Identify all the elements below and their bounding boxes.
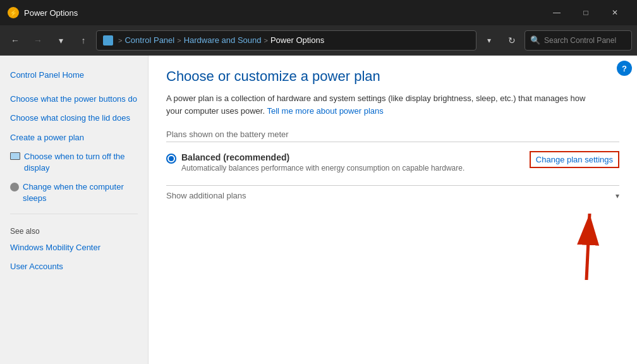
sidebar-item-sleep-label: Change when the computer sleeps [23,181,138,204]
section-title: Plans shown on the battery meter [166,130,619,142]
back-button[interactable]: ← [5,30,25,51]
app-icon: ⚡ [8,7,19,18]
sidebar-item-lid-label: Choose what closing the lid does [10,112,130,124]
window-controls: — □ ✕ [542,0,629,25]
sidebar-item-create-plan[interactable]: Create a power plan [0,128,148,147]
svg-line-1 [586,214,590,280]
sidebar-mobility[interactable]: Windows Mobility Center [0,238,148,257]
help-button[interactable]: ? [617,61,632,76]
sidebar-accounts-label: User Accounts [10,261,63,272]
change-plan-settings-link[interactable]: Change plan settings [530,151,619,168]
path-control-panel[interactable]: Control Panel [124,35,174,45]
home-label: Control Panel Home [10,70,84,81]
up-button[interactable]: ↑ [73,30,94,51]
see-also-label: See also [0,219,148,238]
address-path[interactable]: > Control Panel > Hardware and Sound > P… [96,30,476,51]
sidebar-item-lid[interactable]: Choose what closing the lid does [0,109,148,128]
refresh-button[interactable]: ↻ [502,30,522,51]
show-additional-plans[interactable]: Show additional plans ▾ [166,185,619,200]
search-placeholder: Search Control Panel [544,36,616,45]
sidebar-item-sleep[interactable]: Change when the computer sleeps [0,178,148,208]
plan-description: Automatically balances performance with … [181,164,464,173]
sidebar-accounts[interactable]: User Accounts [0,257,148,276]
close-button[interactable]: ✕ [600,0,629,25]
sidebar-item-create-plan-label: Create a power plan [10,132,84,143]
moon-icon [10,183,19,191]
radio-inner [169,156,174,161]
maximize-button[interactable]: □ [571,0,600,25]
sidebar-item-display-label: Choose when to turn off the display [24,151,138,174]
path-icon [103,35,113,46]
window-title: Power Options [24,8,542,18]
addressbar: ← → ▾ ↑ > Control Panel > Hardware and S… [0,25,637,56]
path-sep3: > [264,37,268,44]
content-area: ? Choose or customize a power plan A pow… [149,56,637,364]
monitor-icon [10,152,20,160]
sidebar-home[interactable]: Control Panel Home [0,66,148,85]
forward-button[interactable]: → [28,30,48,51]
sidebar: Control Panel Home Choose what the power… [0,56,149,364]
main-layout: Control Panel Home Choose what the power… [0,56,637,364]
path-hardware-sound[interactable]: Hardware and Sound [184,35,262,45]
plan-name: Balanced (recommended) [181,152,464,162]
description: A power plan is a collection of hardware… [166,92,596,117]
path-sep1: > [118,37,122,44]
address-dropdown-button[interactable]: ▾ [479,30,499,51]
sidebar-item-power-buttons[interactable]: Choose what the power buttons do [0,90,148,109]
titlebar: ⚡ Power Options — □ ✕ [0,0,637,25]
sidebar-mobility-label: Windows Mobility Center [10,242,100,253]
search-icon: 🔍 [530,35,540,45]
sidebar-divider [10,214,138,214]
sidebar-item-display[interactable]: Choose when to turn off the display [0,147,148,178]
sidebar-item-power-buttons-label: Choose what the power buttons do [10,94,137,105]
show-additional-label: Show additional plans [166,191,246,200]
learn-more-link[interactable]: Tell me more about power plans [267,106,383,116]
dropdown-button[interactable]: ▾ [51,30,71,51]
path-sep2: > [177,37,181,44]
minimize-button[interactable]: — [542,0,571,25]
page-title: Choose or customize a power plan [166,68,619,85]
search-box[interactable]: 🔍 Search Control Panel [525,30,632,51]
plan-left: Balanced (recommended) Automatically bal… [166,152,464,173]
plan-details: Balanced (recommended) Automatically bal… [181,152,464,173]
path-power-options: Power Options [270,35,324,45]
plan-radio[interactable] [166,154,176,164]
plan-item: Balanced (recommended) Automatically bal… [166,152,619,173]
chevron-down-icon: ▾ [616,191,619,200]
